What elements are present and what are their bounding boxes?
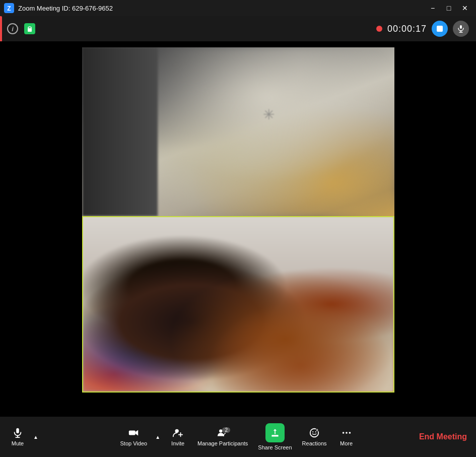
more-button[interactable]: More xyxy=(334,425,359,448)
svg-rect-15 xyxy=(271,435,278,436)
more-icon xyxy=(341,427,352,438)
svg-point-17 xyxy=(312,431,313,432)
video-camera-icon xyxy=(128,427,139,438)
stop-icon xyxy=(437,26,443,32)
stop-recording-button[interactable] xyxy=(432,21,448,37)
local-video-feed xyxy=(82,216,394,393)
recording-area: 00:00:17 xyxy=(376,21,469,37)
invite-label: Invite xyxy=(171,440,184,446)
svg-rect-9 xyxy=(129,430,135,435)
close-button[interactable]: ✕ xyxy=(458,3,472,13)
zoom-logo-icon: Z xyxy=(4,3,14,13)
title-left: Z Zoom Meeting ID: 629-676-9652 xyxy=(4,3,113,13)
toolbar-left: Mute ▲ xyxy=(5,425,39,448)
remote-video-dark-area xyxy=(82,47,158,216)
fan-icon: ✳ xyxy=(263,106,293,137)
svg-rect-6 xyxy=(16,428,19,433)
maximize-button[interactable]: □ xyxy=(442,3,456,13)
mute-label: Mute xyxy=(12,440,24,446)
remote-video-feed: ✳ xyxy=(82,47,394,216)
window-title: Zoom Meeting ID: 629-676-9652 xyxy=(18,5,113,12)
svg-point-22 xyxy=(342,432,344,434)
top-left-icons: i xyxy=(7,23,35,34)
share-screen-icon xyxy=(265,423,285,442)
stop-video-button[interactable]: Stop Video xyxy=(117,425,151,448)
manage-participants-label: Manage Participants xyxy=(197,440,248,446)
svg-rect-3 xyxy=(460,25,462,29)
reactions-button[interactable]: Reactions xyxy=(299,425,330,448)
svg-point-18 xyxy=(315,431,316,432)
top-bar: i 00:00:17 xyxy=(0,16,476,41)
recording-timer: 00:00:17 xyxy=(387,24,427,34)
recording-dot-icon xyxy=(376,26,382,32)
share-screen-button[interactable]: Share Screen xyxy=(255,421,295,452)
audio-settings-button[interactable] xyxy=(453,21,469,37)
more-label: More xyxy=(340,440,353,446)
mute-chevron-button[interactable]: ▲ xyxy=(32,434,39,440)
svg-text:Z: Z xyxy=(7,5,11,12)
mute-button[interactable]: Mute xyxy=(5,425,30,448)
microphone-icon xyxy=(12,427,23,438)
end-meeting-button[interactable]: End Meeting xyxy=(415,432,471,441)
title-bar: Z Zoom Meeting ID: 629-676-9652 − □ ✕ xyxy=(0,0,476,16)
local-video-overlay xyxy=(83,217,393,391)
video-chevron-button[interactable]: ▲ xyxy=(154,434,161,440)
lock-icon[interactable] xyxy=(24,23,35,34)
manage-participants-button[interactable]: 2 Manage Participants xyxy=(194,425,251,448)
info-icon[interactable]: i xyxy=(7,23,18,34)
reactions-label: Reactions xyxy=(302,440,327,446)
svg-rect-2 xyxy=(28,28,32,32)
share-screen-label: Share Screen xyxy=(258,444,292,450)
participants-count-badge: 2 xyxy=(222,427,230,433)
toolbar-center: Stop Video ▲ Invite xyxy=(117,421,359,452)
svg-point-23 xyxy=(346,432,348,434)
window-controls: − □ ✕ xyxy=(426,3,472,13)
reactions-icon xyxy=(309,427,320,438)
svg-point-10 xyxy=(175,429,179,433)
toolbar: Mute ▲ Stop Video ▲ xyxy=(0,417,476,457)
svg-point-24 xyxy=(349,432,351,434)
invite-icon xyxy=(172,427,183,438)
invite-button[interactable]: Invite xyxy=(165,425,190,448)
minimize-button[interactable]: − xyxy=(426,3,440,13)
stop-video-label: Stop Video xyxy=(120,440,148,446)
video-area: ✳ xyxy=(0,41,476,417)
